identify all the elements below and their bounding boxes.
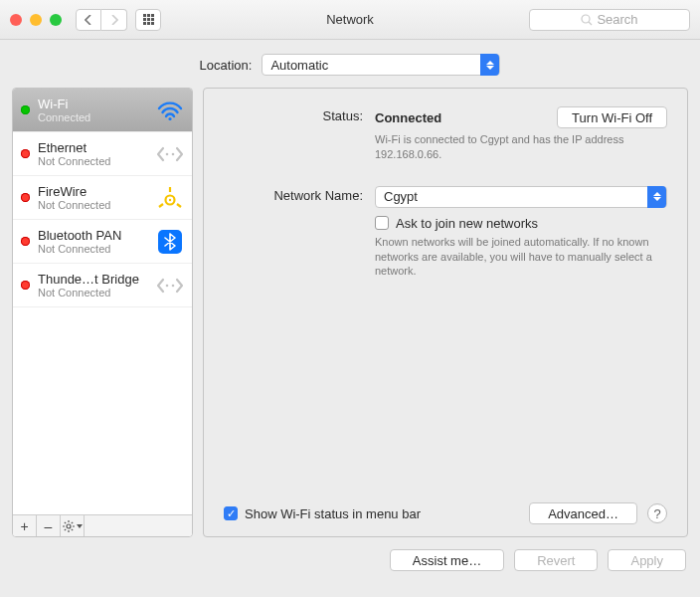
wifi-icon xyxy=(156,100,184,120)
sidebar-footer: + – xyxy=(13,514,192,536)
status-value: Connected xyxy=(375,110,441,125)
svg-line-9 xyxy=(177,204,181,207)
dropdown-arrows-icon xyxy=(647,186,666,208)
chevron-right-icon xyxy=(110,15,118,25)
bottom-button-bar: Assist me… Revert Apply xyxy=(0,537,700,583)
svg-point-12 xyxy=(67,524,71,528)
location-value: Automatic xyxy=(270,58,328,73)
iface-name: Bluetooth PAN xyxy=(38,228,148,243)
assist-me-button[interactable]: Assist me… xyxy=(390,549,504,571)
status-dot-icon xyxy=(21,237,30,246)
detail-panel: Status: Connected Turn Wi-Fi Off Wi-Fi i… xyxy=(203,88,688,537)
show-status-checkbox[interactable] xyxy=(224,506,238,520)
advanced-button[interactable]: Advanced… xyxy=(529,502,637,524)
main-body: Wi-Fi Connected Ethernet Not Connected xyxy=(0,88,700,537)
traffic-lights xyxy=(10,14,62,26)
status-dot-icon xyxy=(21,281,30,290)
iface-status: Connected xyxy=(38,111,148,123)
interface-sidebar: Wi-Fi Connected Ethernet Not Connected xyxy=(12,88,193,537)
network-name-label: Network Name: xyxy=(224,186,375,280)
search-placeholder: Search xyxy=(597,12,637,27)
svg-point-0 xyxy=(582,15,590,23)
iface-status: Not Connected xyxy=(38,155,148,167)
svg-point-3 xyxy=(166,152,169,155)
svg-point-4 xyxy=(172,152,175,155)
grid-icon xyxy=(143,14,154,25)
add-interface-button[interactable]: + xyxy=(13,515,37,537)
iface-name: Ethernet xyxy=(38,140,148,155)
apply-button[interactable]: Apply xyxy=(608,549,686,571)
svg-point-11 xyxy=(172,284,175,287)
status-dot-icon xyxy=(21,193,30,202)
revert-button[interactable]: Revert xyxy=(514,549,598,571)
back-button[interactable] xyxy=(76,9,101,31)
network-name-select[interactable]: Cgypt xyxy=(375,186,667,208)
iface-name: Thunde…t Bridge xyxy=(38,272,148,287)
iface-status: Not Connected xyxy=(38,243,148,255)
show-all-button[interactable] xyxy=(135,9,161,31)
ask-to-join-label: Ask to join new networks xyxy=(396,216,538,231)
iface-name: FireWire xyxy=(38,184,148,199)
zoom-window-button[interactable] xyxy=(50,14,62,26)
firewire-icon xyxy=(156,186,184,210)
close-window-button[interactable] xyxy=(10,14,22,26)
location-select[interactable]: Automatic xyxy=(262,54,500,76)
actions-menu-button[interactable] xyxy=(61,515,85,537)
minimize-window-button[interactable] xyxy=(30,14,42,26)
ask-to-join-description: Known networks will be joined automatica… xyxy=(375,235,653,280)
interface-list: Wi-Fi Connected Ethernet Not Connected xyxy=(13,89,192,514)
chevron-down-icon xyxy=(77,524,83,528)
ethernet-icon xyxy=(156,144,184,164)
iface-status: Not Connected xyxy=(38,199,148,211)
sidebar-item-ethernet[interactable]: Ethernet Not Connected xyxy=(13,132,192,176)
ask-to-join-checkbox[interactable] xyxy=(375,216,389,230)
sidebar-item-wifi[interactable]: Wi-Fi Connected xyxy=(13,89,192,132)
nav-buttons xyxy=(76,9,127,31)
forward-button[interactable] xyxy=(101,9,127,31)
svg-point-6 xyxy=(169,198,171,200)
status-detail-text: Wi-Fi is connected to Cgypt and has the … xyxy=(375,132,653,162)
search-icon xyxy=(581,14,593,26)
svg-line-8 xyxy=(159,204,163,207)
dropdown-arrows-icon xyxy=(480,54,499,76)
iface-status: Not Connected xyxy=(38,287,148,298)
svg-line-17 xyxy=(64,521,65,522)
network-name-value: Cgypt xyxy=(384,189,418,204)
turn-wifi-off-button[interactable]: Turn Wi-Fi Off xyxy=(557,106,667,128)
help-button[interactable]: ? xyxy=(647,503,667,523)
svg-line-20 xyxy=(71,521,72,522)
svg-line-19 xyxy=(64,528,65,529)
sidebar-item-bluetooth-pan[interactable]: Bluetooth PAN Not Connected xyxy=(13,220,192,264)
iface-name: Wi-Fi xyxy=(38,97,148,111)
titlebar: Network Search xyxy=(0,0,700,40)
status-dot-icon xyxy=(21,105,30,114)
show-status-label: Show Wi-Fi status in menu bar xyxy=(245,506,421,521)
bluetooth-icon xyxy=(156,230,184,254)
location-label: Location: xyxy=(200,58,253,73)
svg-point-2 xyxy=(168,116,171,119)
location-row: Location: Automatic xyxy=(0,40,700,88)
status-label: Status: xyxy=(224,106,375,162)
svg-point-10 xyxy=(166,284,169,287)
status-dot-icon xyxy=(21,149,30,158)
thunderbolt-bridge-icon xyxy=(156,276,184,296)
svg-line-1 xyxy=(589,22,592,25)
sidebar-item-firewire[interactable]: FireWire Not Connected xyxy=(13,176,192,220)
remove-interface-button[interactable]: – xyxy=(37,515,61,537)
chevron-left-icon xyxy=(85,15,92,25)
sidebar-item-thunderbolt-bridge[interactable]: Thunde…t Bridge Not Connected xyxy=(13,264,192,307)
search-input[interactable]: Search xyxy=(529,9,690,31)
gear-icon xyxy=(63,520,75,532)
svg-line-18 xyxy=(71,528,72,529)
